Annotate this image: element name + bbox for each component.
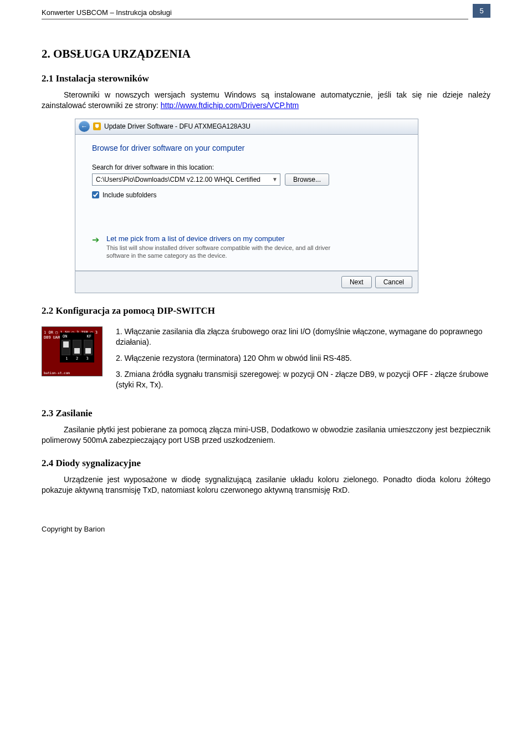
dialog-title: Update Driver Software - DFU ATXMEGA128A… bbox=[104, 122, 250, 130]
location-combo[interactable]: C:\Users\Pio\Downloads\CDM v2.12.00 WHQL… bbox=[92, 173, 280, 186]
cancel-button[interactable]: Cancel bbox=[375, 276, 412, 288]
include-subfolders-checkbox[interactable] bbox=[92, 191, 99, 198]
dialog-heading: Browse for driver software on your compu… bbox=[92, 144, 401, 152]
arrow-right-icon: ➔ bbox=[92, 236, 101, 244]
include-subfolders-label: Include subfolders bbox=[103, 191, 156, 199]
page-header: Konwerter USBCOM – Instrukcja obsługi 5 bbox=[0, 0, 532, 19]
dip-item-3: 3. Zmiana źródła sygnału transmisji szer… bbox=[116, 369, 490, 390]
dip-item-1: 1. Włączanie zasilania dla złącza śrubow… bbox=[116, 326, 490, 348]
dip-switch-3 bbox=[84, 340, 93, 355]
h2-section-2-3: 2.3 Zasilanie bbox=[42, 408, 490, 419]
dialog-body: Browse for driver software on your compu… bbox=[75, 134, 418, 272]
h2-section-2-2: 2.2 Konfiguracja za pomocą DIP-SWITCH bbox=[42, 305, 490, 316]
dialog-footer: Next Cancel bbox=[75, 271, 418, 293]
page-number: 5 bbox=[473, 4, 490, 18]
dip-on-text: ON bbox=[63, 334, 67, 339]
driver-link[interactable]: http://www.ftdichip.com/Drivers/VCP.htm bbox=[161, 101, 299, 110]
option-desc: This list will show installed driver sof… bbox=[106, 244, 350, 260]
dip-nums: 123 bbox=[62, 356, 93, 361]
driver-dialog: ← ⛊ Update Driver Software - DFU ATXMEGA… bbox=[75, 119, 418, 294]
back-button[interactable]: ← bbox=[79, 121, 90, 132]
dip-on-label: ON KF bbox=[62, 334, 93, 339]
location-row: C:\Users\Pio\Downloads\CDM v2.12.00 WHQL… bbox=[92, 173, 401, 186]
dip-switches bbox=[62, 340, 93, 355]
h1-text: OBSŁUGA URZĄDZENIA bbox=[53, 47, 191, 60]
next-button[interactable]: Next bbox=[341, 276, 372, 288]
location-value: C:\Users\Pio\Downloads\CDM v2.12.00 WHQL… bbox=[96, 176, 260, 183]
dip-block: ON KF 123 bbox=[60, 333, 94, 362]
header-title: Konwerter USBCOM – Instrukcja obsługi bbox=[42, 8, 468, 19]
shield-icon: ⛊ bbox=[93, 122, 101, 130]
browse-button[interactable]: Browse... bbox=[285, 173, 329, 186]
include-subfolders-row[interactable]: Include subfolders bbox=[92, 191, 401, 199]
dip-list: 1. Włączanie zasilania dla złącza śrubow… bbox=[116, 326, 490, 395]
search-label: Search for driver software in this locat… bbox=[92, 164, 401, 171]
para-2-3: Zasilanie płytki jest pobierane za pomoc… bbox=[42, 425, 490, 446]
dip-row: 1 OR ▢ 1 5U ▢ 2 TER ▢ 3 DB9 UART ON KF 1… bbox=[42, 326, 490, 395]
dip-switch-2 bbox=[73, 340, 81, 355]
para-2-1: Sterowniki w nowszych wersjach systemu W… bbox=[42, 90, 490, 111]
dip-switch-1 bbox=[62, 340, 70, 355]
para-2-4: Urządzenie jest wyposażone w diodę sygna… bbox=[42, 474, 490, 496]
back-arrow-icon: ← bbox=[81, 122, 88, 130]
page-footer: Copyright by Barion bbox=[0, 514, 532, 544]
dip-footer-label: bation-st.com bbox=[44, 371, 70, 375]
dip-switch-image: 1 OR ▢ 1 5U ▢ 2 TER ▢ 3 DB9 UART ON KF 1… bbox=[42, 326, 103, 376]
dip-kf-text: KF bbox=[87, 334, 91, 339]
pick-from-list-option[interactable]: ➔ Let me pick from a list of device driv… bbox=[92, 232, 401, 265]
copyright: Copyright by Barion bbox=[42, 525, 105, 533]
dip-item-2: 2. Włączenie rezystora (terminatora) 120… bbox=[116, 353, 490, 364]
h1-section-2: 2. OBSŁUGA URZĄDZENIA bbox=[42, 47, 490, 61]
chevron-down-icon: ▼ bbox=[272, 176, 278, 182]
option-title: Let me pick from a list of device driver… bbox=[106, 234, 350, 243]
dialog-titlebar: ← ⛊ Update Driver Software - DFU ATXMEGA… bbox=[75, 119, 418, 134]
h2-section-2-4: 2.4 Diody sygnalizacyjne bbox=[42, 458, 490, 469]
h2-section-2-1: 2.1 Instalacja sterowników bbox=[42, 73, 490, 84]
h1-num: 2. bbox=[42, 47, 50, 60]
